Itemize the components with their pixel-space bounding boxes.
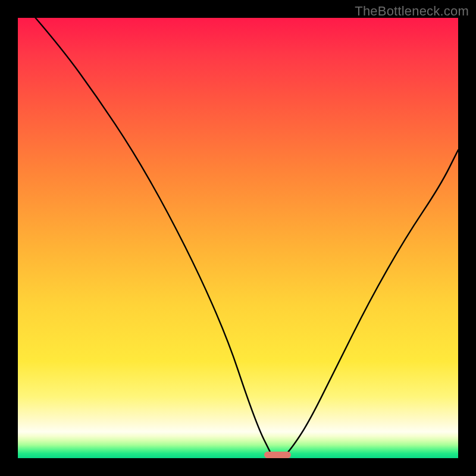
watermark-text: TheBottleneck.com <box>355 4 469 19</box>
bottleneck-curve-path <box>36 18 458 458</box>
plot-area <box>18 18 458 458</box>
chart-frame: TheBottleneck.com <box>0 0 476 476</box>
optimal-marker <box>264 452 290 458</box>
curve-svg <box>18 18 458 458</box>
